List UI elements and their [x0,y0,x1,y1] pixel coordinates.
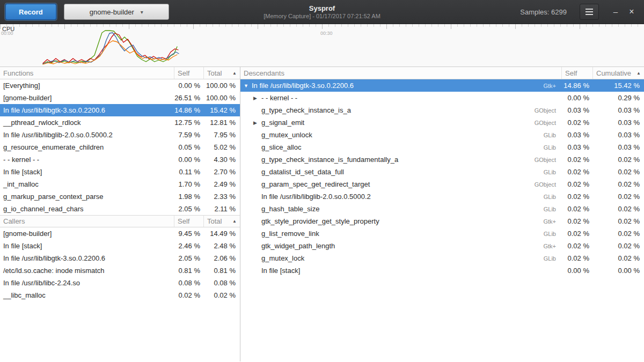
function-name-cell: g_type_check_instance_is_fundamentally_a… [240,156,561,164]
callers-row[interactable]: In file /usr/lib/libgtk-3.so.0.2200.62.0… [0,252,240,264]
descendants-row[interactable]: g_mutex_unlockGLib0.03 %0.03 % [240,129,644,141]
functions-row[interactable]: - - kernel - -0.00 %4.30 % [0,153,240,166]
functions-row[interactable]: __pthread_rwlock_rdlock12.75 %12.81 % [0,116,240,129]
functions-row[interactable]: In file /usr/lib/libglib-2.0.so.0.5000.2… [0,129,240,141]
record-button[interactable]: Record [5,4,56,20]
functions-row[interactable]: In file /usr/lib/libgtk-3.so.0.2200.614.… [0,104,240,116]
library-label: Gtk+ [543,243,561,249]
self-percent: 0.81 % [174,267,203,275]
library-label: GObject [535,157,561,163]
total-percent: 15.42 % [203,106,240,114]
cpu-graph-area[interactable]: CPU 00:00 00:30 [0,24,644,67]
self-percent: 0.02 % [561,230,592,238]
callers-row[interactable]: /etc/ld.so.cache: inode mismatch0.81 %0.… [0,264,240,277]
descendants-row[interactable]: g_param_spec_get_redirect_targetGObject0… [240,178,644,190]
function-name-cell: g_datalist_id_set_data_fullGLib [240,168,561,176]
minimize-button[interactable]: – [608,4,624,20]
expander-closed-icon[interactable]: ▶ [253,95,261,101]
window-title-group: Sysprof [Memory Capture] - 01/17/2017 07… [264,4,380,20]
capture-subtitle: [Memory Capture] - 01/17/2017 07:21:52 A… [264,13,380,20]
callers-total-column-label: Total [207,217,222,225]
descendants-row[interactable]: In file /usr/lib/libglib-2.0.so.0.5000.2… [240,190,644,203]
callers-row[interactable]: [gnome-builder]9.45 %14.49 % [0,227,240,240]
expander-open-icon[interactable]: ▼ [244,83,252,88]
descendants-self-column-header[interactable]: Self [561,67,592,79]
descendants-column-header[interactable]: Descendants [240,67,561,79]
library-label: GLib [544,194,561,200]
descendants-row[interactable]: g_slice_allocGLib0.03 %0.03 % [240,141,644,153]
self-percent: 2.05 % [174,254,203,262]
callers-total-column-header[interactable]: Total ▲ [203,216,240,227]
descendants-self-column-label: Self [565,69,577,77]
cumulative-percent: 15.42 % [592,82,644,90]
functions-row[interactable]: g_resource_enumerate_children0.05 %5.02 … [0,141,240,153]
close-button[interactable]: × [624,4,640,20]
self-column-header[interactable]: Self [174,67,203,79]
library-label: GLib [544,144,561,151]
descendants-row[interactable]: g_datalist_id_set_data_fullGLib0.02 %0.0… [240,166,644,178]
cumulative-column-header[interactable]: Cumulative ▲ [592,67,644,79]
expander-closed-icon[interactable]: ▶ [253,120,261,125]
function-name-cell: __pthread_rwlock_rdlock [0,119,174,127]
function-name-cell: gtk_widget_path_lengthGtk+ [240,242,561,250]
descendants-row[interactable]: g_type_check_instance_is_fundamentally_a… [240,153,644,166]
function-name: In file /usr/lib/libgtk-3.so.0.2200.6 [252,82,354,90]
functions-column-header[interactable]: Functions [0,67,174,79]
function-name: gtk_widget_path_length [261,242,335,250]
menu-button[interactable] [580,4,599,20]
total-percent: 100.00 % [203,94,240,102]
cumulative-percent: 0.02 % [592,168,644,176]
callers-row[interactable]: In file /usr/lib/libc-2.24.so0.08 %0.08 … [0,277,240,289]
descendants-row[interactable]: g_hash_table_sizeGLib0.02 %0.02 % [240,203,644,215]
callers-row[interactable]: In file [stack]2.46 %2.48 % [0,240,240,252]
total-percent: 2.11 % [203,205,240,213]
function-name-cell: In file [stack] [0,242,174,250]
function-name: - - kernel - - [261,94,297,102]
descendants-row[interactable]: g_mutex_lockGLib0.02 %0.02 % [240,252,644,264]
functions-column-label: Functions [3,69,33,77]
callers-self-column-header[interactable]: Self [174,216,203,227]
hamburger-icon [586,11,593,12]
total-percent: 0.02 % [203,291,240,299]
descendants-row[interactable]: g_type_check_instance_is_aGObject0.03 %0… [240,104,644,116]
descendants-row[interactable]: In file [stack]0.00 %0.00 % [240,264,644,277]
callers-column-header[interactable]: Callers [0,216,174,227]
self-percent: 0.03 % [561,106,592,114]
self-percent: 1.98 % [174,193,203,201]
self-percent: 0.02 % [561,180,592,188]
functions-table-header: Functions Self Total ▲ [0,67,240,79]
callers-row[interactable]: __libc_malloc0.02 %0.02 % [0,289,240,301]
total-column-header[interactable]: Total ▲ [203,67,240,79]
self-percent: 0.02 % [561,193,592,201]
function-name: In file /usr/lib/libgtk-3.so.0.2200.6 [3,254,105,262]
function-name: [gnome-builder] [3,94,52,102]
self-percent: 0.05 % [174,143,203,151]
functions-row[interactable]: In file [stack]0.11 %2.70 % [0,166,240,178]
functions-row[interactable]: g_io_channel_read_chars2.05 %2.11 % [0,203,240,215]
functions-row[interactable]: [gnome-builder]26.51 %100.00 % [0,92,240,104]
self-percent: 0.00 % [561,94,592,102]
descendants-row[interactable]: ▶- - kernel - -0.00 %0.29 % [240,92,644,104]
self-percent: 2.05 % [174,205,203,213]
function-name-cell: g_resource_enumerate_children [0,143,174,151]
descendants-row[interactable]: gtk_style_provider_get_style_propertyGtk… [240,215,644,227]
target-selector-dropdown[interactable]: gnome-builder ▾ [64,4,169,20]
function-name: In file /usr/lib/libgtk-3.so.0.2200.6 [3,106,105,114]
functions-list: [Everything]0.00 %100.00 %[gnome-builder… [0,79,240,215]
descendants-row[interactable]: g_list_remove_linkGLib0.02 %0.02 % [240,227,644,240]
function-name: g_type_check_instance_is_fundamentally_a [261,156,398,164]
self-percent: 12.75 % [174,119,203,127]
descendants-row[interactable]: ▶g_signal_emitGObject0.02 %0.03 % [240,116,644,129]
self-column-label: Self [178,69,189,77]
total-percent: 14.49 % [203,230,240,238]
self-percent: 0.11 % [174,168,203,176]
function-name: _int_malloc [3,180,39,188]
functions-row[interactable]: g_markup_parse_context_parse1.98 %2.33 % [0,190,240,203]
functions-row[interactable]: _int_malloc1.70 %2.49 % [0,178,240,190]
descendants-row[interactable]: gtk_widget_path_lengthGtk+0.02 %0.02 % [240,240,644,252]
function-name: In file /usr/lib/libglib-2.0.so.0.5000.2 [261,193,371,201]
descendants-row[interactable]: ▼In file /usr/lib/libgtk-3.so.0.2200.6Gt… [240,79,644,92]
self-percent: 0.02 % [561,119,592,127]
self-percent: 0.08 % [174,279,203,287]
functions-row[interactable]: [Everything]0.00 %100.00 % [0,79,240,92]
